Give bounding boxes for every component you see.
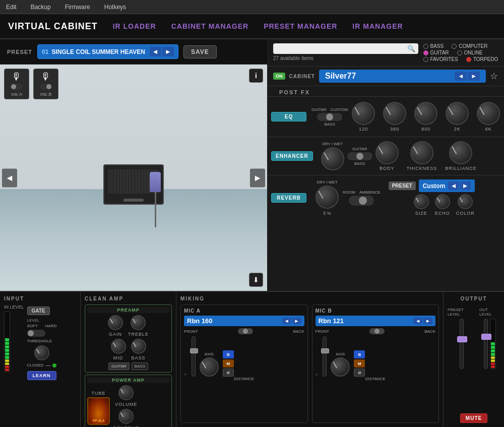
nav-cabinet-manager[interactable]: CABINET MANAGER [171, 22, 248, 30]
cabinet-label: CABINET [289, 74, 315, 79]
preset-level-fader-handle[interactable] [457, 336, 467, 342]
mic-a-selector[interactable]: Rbn 160 ◄ ► [184, 316, 304, 326]
enhancer-guitar-bass-toggle[interactable] [347, 152, 372, 160]
bass-knob[interactable] [131, 339, 146, 354]
reverb-dry-wet: DRY I WET 5 % [316, 180, 339, 216]
mic-a-distance-label: DISTANCE [184, 377, 304, 381]
mic-a-b-button[interactable]: B [223, 350, 234, 358]
filter-bass[interactable]: BASS [423, 43, 444, 49]
enhancer-guitar-bass: GUITAR BASS [347, 147, 372, 166]
eq-knob-120-control[interactable] [352, 102, 375, 125]
available-items-label: 27 available items [273, 55, 418, 61]
gain-knob[interactable] [108, 315, 123, 330]
right-panel: 🔍 27 available items BASS COMPUTER [267, 39, 504, 291]
eq-knob-6k-control[interactable] [477, 102, 500, 125]
mic-b-next[interactable]: ► [423, 318, 432, 324]
mic-b-prev[interactable]: ◄ [413, 318, 422, 324]
mic-a-front-back-toggle[interactable] [238, 328, 253, 334]
reverb-preset-selector[interactable]: Custom ◄ ► [419, 179, 475, 192]
enhancer-thickness-knob[interactable] [410, 141, 433, 164]
reverb-size-knob[interactable] [414, 194, 429, 209]
mic-b-m-button[interactable]: M [354, 359, 365, 368]
reverb-echo-knob[interactable] [435, 194, 450, 209]
cabinet-selector-row: ON CABINET Silver77 ◄ ► ☆ [267, 67, 504, 86]
mic-a-next[interactable]: ► [292, 318, 301, 324]
mic-b-phase-button[interactable]: Ø [354, 369, 365, 377]
reverb-size-knob-item: SIZE [414, 194, 429, 216]
eq-knob-360-control[interactable] [383, 102, 406, 125]
eq-knob-800-control[interactable] [414, 102, 437, 125]
filter-torpedo[interactable]: TORPEDO [466, 56, 498, 62]
enhancer-body-knob[interactable] [375, 141, 399, 164]
enhancer-body-knob-item: BODY [375, 141, 399, 171]
save-button[interactable]: SAVE [183, 45, 217, 58]
menu-firmware[interactable]: Firmware [63, 3, 92, 12]
mic-a-channel-buttons: B M Ø [223, 350, 234, 377]
eq-mode-toggle[interactable] [317, 113, 342, 121]
mic-b-axis-knob[interactable] [331, 357, 350, 377]
reverb-wet-knob[interactable] [316, 186, 339, 209]
mic-b-front-back-toggle[interactable] [369, 328, 385, 334]
nav-preset-manager[interactable]: PRESET MANAGER [264, 22, 337, 30]
mic-a-m-button[interactable]: M [223, 359, 234, 368]
mid-knob[interactable] [111, 339, 126, 354]
mic-a-prev[interactable]: ◄ [282, 318, 291, 324]
menu-backup[interactable]: Backup [29, 3, 53, 12]
filter-favorites[interactable]: FAVORITES [423, 56, 458, 62]
mic-a-fader-handle[interactable] [190, 348, 198, 353]
reverb-color-knob[interactable] [458, 194, 473, 209]
threshold-knob[interactable] [34, 345, 49, 360]
nav-ir-loader[interactable]: IR LOADER [113, 22, 156, 30]
cabinet-browser: 🔍 27 available items BASS COMPUTER [267, 39, 504, 67]
mic-plug-button[interactable]: ⬇ [249, 273, 263, 287]
reverb-preset-prev[interactable]: ◄ [448, 181, 459, 190]
reverb-button[interactable]: REVERB [271, 193, 306, 203]
reverb-preset-next[interactable]: ► [460, 181, 471, 190]
preset-selector[interactable]: 01 SINGLE COIL SUMMER HEAVEN ◄ ► [37, 44, 178, 59]
mic-b-selector[interactable]: Rbn 121 ◄ ► [316, 316, 436, 326]
mic-b-fader-handle[interactable] [321, 348, 329, 353]
mic-a-axis-knob[interactable] [200, 357, 219, 377]
treble-knob[interactable] [131, 315, 146, 330]
enhancer-knobs: BODY THICKNESS BRILLIANCE [375, 141, 477, 171]
cabinet-next-name-button[interactable]: ► [468, 72, 480, 81]
learn-button[interactable]: LEARN [27, 371, 56, 380]
nav-ir-manager[interactable]: IR MANAGER [352, 22, 403, 30]
search-input[interactable] [276, 45, 405, 52]
mic-a-phase-button[interactable]: Ø [223, 369, 234, 377]
menu-hotkeys[interactable]: Hotkeys [102, 3, 128, 12]
enhancer-button[interactable]: ENHANCER [271, 151, 313, 161]
guitar-mode-button[interactable]: GUITAR [108, 362, 130, 370]
eq-switch[interactable]: GUITAR CUSTOM BASS [311, 107, 348, 127]
gate-button[interactable]: GATE [27, 307, 50, 315]
filter-online[interactable]: ONLINE [457, 50, 483, 55]
filter-computer[interactable]: COMPUTER [452, 43, 487, 49]
menu-edit[interactable]: Edit [4, 3, 19, 12]
cabinet-next-button[interactable]: ► [250, 168, 265, 187]
preset-level-fader-track [460, 319, 464, 369]
cabinet-on-badge[interactable]: ON [273, 73, 285, 80]
cabinet-name-box[interactable]: Silver77 ◄ ► [319, 70, 486, 83]
favorite-button[interactable]: ☆ [490, 71, 498, 82]
gate-level-label: LEVEL [27, 318, 57, 323]
info-button[interactable]: i [249, 69, 263, 83]
eq-knob-2k-control[interactable] [446, 102, 469, 125]
enhancer-dry-wet-knob[interactable] [321, 147, 344, 170]
eq-button[interactable]: EQ [271, 112, 306, 121]
preset-next-button[interactable]: ► [162, 47, 174, 56]
room-ambience-switch[interactable] [349, 196, 374, 206]
soft-hard-toggle[interactable] [27, 330, 45, 337]
volume-knob[interactable] [118, 385, 134, 400]
cabinet-prev-name-button[interactable]: ◄ [455, 72, 467, 81]
out-level-fader-handle[interactable] [481, 334, 491, 340]
guitar-bass-toggle: GUITAR BASS [87, 362, 169, 370]
contour-knob[interactable] [118, 409, 134, 424]
mic-b-b-button[interactable]: B [354, 350, 365, 358]
cabinet-prev-button[interactable]: ◄ [2, 168, 17, 187]
enhancer-brilliance-knob[interactable] [449, 141, 472, 164]
mute-button[interactable]: MUTE [460, 413, 487, 423]
filter-computer-radio [452, 44, 457, 49]
bass-mode-button[interactable]: BASS [132, 362, 148, 370]
filter-guitar[interactable]: GUITAR [423, 50, 449, 55]
preset-prev-button[interactable]: ◄ [150, 47, 161, 56]
